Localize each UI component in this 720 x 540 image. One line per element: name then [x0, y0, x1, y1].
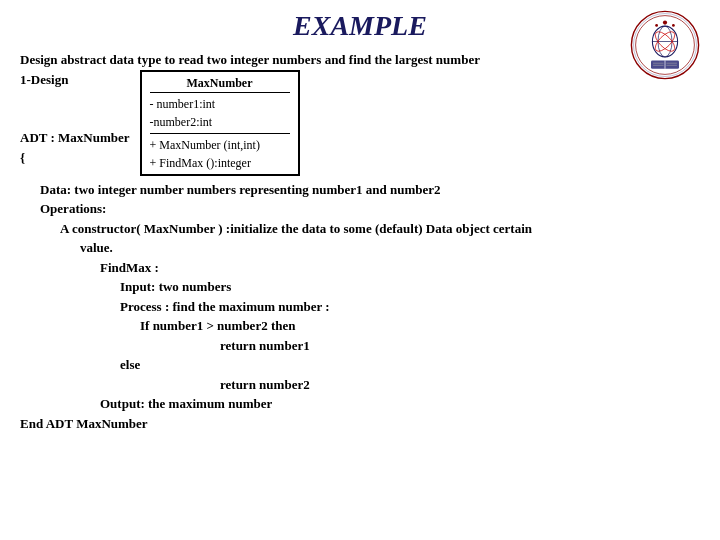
university-logo [630, 10, 700, 80]
header: EXAMPLE [20, 10, 700, 42]
page-title: EXAMPLE [20, 10, 700, 42]
design-header-line: Design abstract data type to read two in… [20, 50, 700, 70]
operations-label: Operations: [40, 199, 700, 219]
box-data-1: - number1:int [150, 95, 290, 113]
output-line: Output: the maximum number [100, 394, 700, 414]
svg-point-16 [672, 24, 675, 27]
box-data-2: -number2:int [150, 113, 290, 131]
class-diagram-box: MaxNumber - number1:int -number2:int + M… [140, 70, 300, 176]
process-line: Process : find the maximum number : [120, 297, 700, 317]
design-left: 1-Design ADT : MaxNumber { [20, 70, 130, 168]
end-line: End ADT MaxNumber [20, 414, 700, 434]
brace-open: { [20, 148, 130, 168]
else-line: else [120, 355, 700, 375]
input-line: Input: two numbers [120, 277, 700, 297]
box-title: MaxNumber [150, 74, 290, 93]
svg-point-14 [663, 21, 667, 25]
content-area: Design abstract data type to read two in… [20, 50, 700, 433]
box-op-2: + FindMax ():integer [150, 154, 290, 172]
main-content: Data: two integer number numbers represe… [20, 180, 700, 434]
adt-box: MaxNumber - number1:int -number2:int + M… [140, 70, 300, 176]
svg-point-15 [655, 24, 658, 27]
findmax-label: FindMax : [100, 258, 700, 278]
constructor-line: A constructor( MaxNumber ) :initialize t… [60, 219, 700, 239]
adt-label: ADT : MaxNumber [20, 128, 130, 148]
page: EXAMPLE [0, 0, 720, 540]
data-section: Data: two integer number numbers represe… [40, 180, 700, 200]
if-line: If number1 > number2 then [140, 316, 700, 336]
return1-line: return number1 [220, 336, 700, 356]
design-area: 1-Design ADT : MaxNumber { MaxNumber - n… [20, 70, 700, 176]
box-divider [150, 133, 290, 134]
value-line: value. [80, 238, 700, 258]
design-label: 1-Design [20, 70, 130, 90]
box-op-1: + MaxNumber (int,int) [150, 136, 290, 154]
return2-line: return number2 [220, 375, 700, 395]
